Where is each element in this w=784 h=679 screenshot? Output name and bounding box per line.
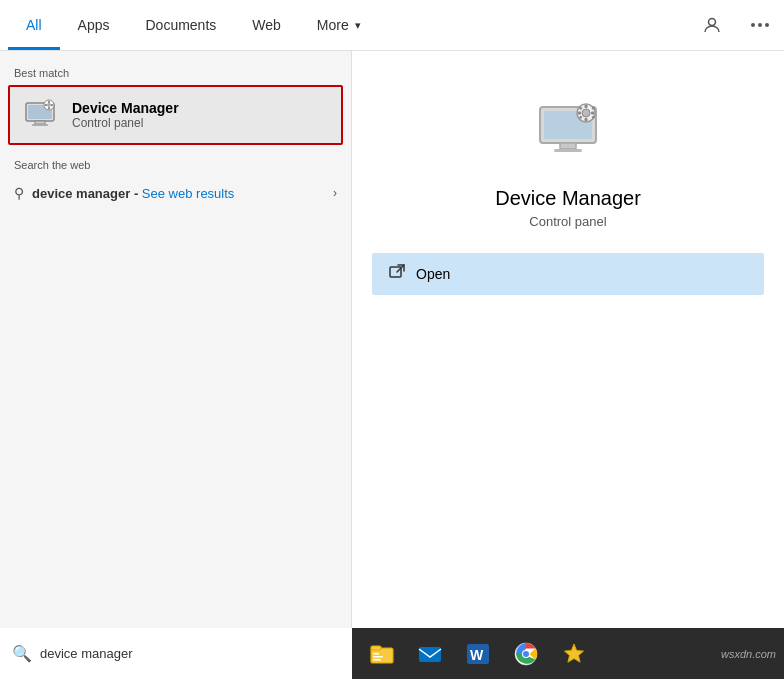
app-subtitle: Control panel — [529, 214, 606, 229]
chevron-down-icon: ▾ — [355, 19, 361, 32]
device-manager-icon-small — [20, 95, 60, 135]
web-search-text: device manager - See web results — [32, 186, 325, 201]
file-explorer-icon[interactable] — [360, 628, 404, 679]
best-match-text: Device Manager Control panel — [72, 100, 179, 130]
tab-web[interactable]: Web — [234, 0, 299, 50]
svg-rect-28 — [390, 267, 401, 277]
svg-rect-30 — [371, 646, 381, 650]
svg-rect-33 — [373, 659, 381, 661]
svg-point-2 — [758, 23, 762, 27]
svg-point-19 — [582, 109, 590, 117]
web-search-separator: - — [134, 186, 142, 201]
svg-point-9 — [47, 103, 51, 107]
right-panel: Device Manager Control panel Open — [352, 51, 784, 628]
chevron-right-icon: › — [333, 186, 337, 200]
svg-rect-13 — [51, 104, 53, 106]
svg-rect-21 — [585, 118, 588, 121]
svg-rect-17 — [554, 149, 582, 152]
svg-point-1 — [751, 23, 755, 27]
top-nav: All Apps Documents Web More ▾ — [0, 0, 784, 51]
tab-all-label: All — [26, 17, 42, 33]
web-search-label: Search the web — [0, 149, 351, 177]
main-content: Best match — [0, 51, 784, 628]
open-button[interactable]: Open — [372, 253, 764, 295]
svg-rect-34 — [419, 647, 441, 662]
person-icon-button[interactable] — [696, 9, 728, 41]
svg-rect-7 — [32, 124, 48, 126]
tab-all[interactable]: All — [8, 0, 60, 50]
best-match-label: Best match — [0, 63, 351, 85]
app-title: Device Manager — [495, 187, 641, 210]
svg-rect-11 — [48, 107, 50, 109]
ellipsis-icon-button[interactable] — [744, 9, 776, 41]
nav-right-icons — [696, 9, 776, 41]
best-match-item[interactable]: Device Manager Control panel — [8, 85, 343, 145]
svg-rect-31 — [373, 653, 379, 655]
web-search-link: See web results — [142, 186, 235, 201]
svg-rect-16 — [560, 143, 576, 149]
svg-rect-32 — [373, 656, 383, 658]
open-icon — [388, 263, 406, 285]
tab-apps[interactable]: Apps — [60, 0, 128, 50]
web-search-item[interactable]: ⚲ device manager - See web results › — [0, 177, 351, 209]
svg-rect-22 — [578, 112, 581, 115]
svg-point-39 — [523, 651, 529, 657]
chrome-icon[interactable] — [504, 628, 548, 679]
tab-more[interactable]: More ▾ — [299, 0, 379, 50]
open-button-label: Open — [416, 266, 450, 282]
device-manager-icon-large — [528, 91, 608, 171]
best-match-title: Device Manager — [72, 100, 179, 116]
mail-icon[interactable] — [408, 628, 452, 679]
svg-point-0 — [709, 19, 716, 26]
tab-documents-label: Documents — [145, 17, 216, 33]
tab-documents[interactable]: Documents — [127, 0, 234, 50]
taskbar-search-text: device manager — [40, 646, 133, 661]
taskbar-icons: W — [352, 628, 721, 679]
svg-marker-40 — [565, 644, 584, 662]
svg-rect-20 — [585, 105, 588, 108]
svg-rect-6 — [35, 121, 45, 124]
svg-rect-10 — [48, 101, 50, 103]
tab-web-label: Web — [252, 17, 281, 33]
svg-text:W: W — [470, 647, 484, 663]
star-icon[interactable] — [552, 628, 596, 679]
word-icon[interactable]: W — [456, 628, 500, 679]
tab-apps-label: Apps — [78, 17, 110, 33]
taskbar-search-icon: 🔍 — [12, 644, 32, 663]
watermark: wsxdn.com — [721, 648, 784, 660]
taskbar-search-bar[interactable]: 🔍 device manager — [0, 628, 352, 679]
taskbar: 🔍 device manager W — [0, 628, 784, 679]
svg-rect-23 — [591, 112, 594, 115]
best-match-subtitle: Control panel — [72, 116, 179, 130]
svg-rect-12 — [45, 104, 47, 106]
tab-more-label: More — [317, 17, 349, 33]
web-search-query: device manager — [32, 186, 130, 201]
svg-point-3 — [765, 23, 769, 27]
search-icon: ⚲ — [14, 185, 24, 201]
left-panel: Best match — [0, 51, 352, 628]
